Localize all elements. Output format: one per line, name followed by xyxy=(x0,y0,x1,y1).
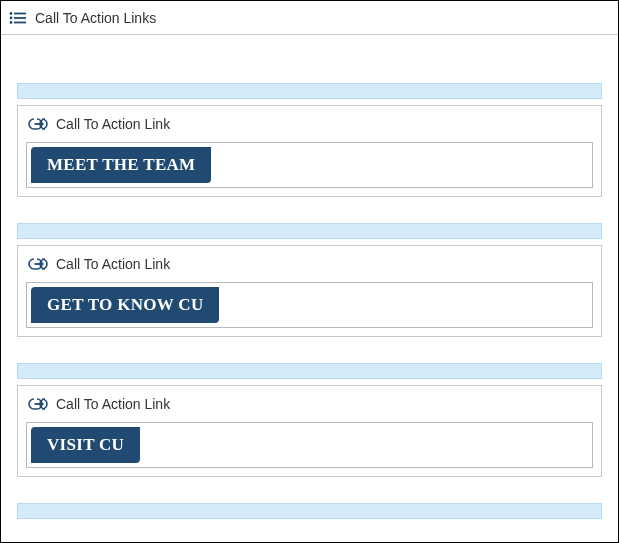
titlebar: Call To Action Links xyxy=(1,1,618,35)
cta-block: Call To Action Link GET TO KNOW CU xyxy=(17,245,602,337)
spacer-bar[interactable] xyxy=(17,223,602,239)
cta-body: VISIT CU xyxy=(18,422,601,476)
spacer-bar[interactable] xyxy=(17,363,602,379)
svg-rect-1 xyxy=(14,12,26,14)
titlebar-title: Call To Action Links xyxy=(35,10,156,26)
svg-rect-5 xyxy=(14,21,26,23)
spacer-bar[interactable] xyxy=(17,83,602,99)
spacer-bar[interactable] xyxy=(17,503,602,519)
list-icon xyxy=(9,11,27,25)
cta-label: Call To Action Link xyxy=(56,116,170,132)
cta-button[interactable]: MEET THE TEAM xyxy=(31,147,211,183)
cta-header: Call To Action Link xyxy=(18,386,601,422)
svg-point-2 xyxy=(10,16,13,19)
link-icon xyxy=(28,257,48,271)
cta-block: Call To Action Link VISIT CU xyxy=(17,385,602,477)
svg-rect-6 xyxy=(35,123,44,125)
svg-rect-8 xyxy=(35,403,44,405)
content: Call To Action Link MEET THE TEAM xyxy=(1,35,618,541)
cta-label: Call To Action Link xyxy=(56,396,170,412)
cta-body: GET TO KNOW CU xyxy=(18,282,601,336)
cta-header: Call To Action Link xyxy=(18,106,601,142)
svg-rect-7 xyxy=(35,263,44,265)
cta-field[interactable]: MEET THE TEAM xyxy=(26,142,593,188)
cta-field[interactable]: GET TO KNOW CU xyxy=(26,282,593,328)
cta-field[interactable]: VISIT CU xyxy=(26,422,593,468)
cta-block: Call To Action Link MEET THE TEAM xyxy=(17,105,602,197)
cta-label: Call To Action Link xyxy=(56,256,170,272)
link-icon xyxy=(28,397,48,411)
svg-rect-3 xyxy=(14,17,26,19)
cta-button[interactable]: GET TO KNOW CU xyxy=(31,287,219,323)
window: Call To Action Links Call To Action Link… xyxy=(0,0,619,543)
svg-point-0 xyxy=(10,12,13,15)
link-icon xyxy=(28,117,48,131)
cta-body: MEET THE TEAM xyxy=(18,142,601,196)
svg-point-4 xyxy=(10,21,13,24)
cta-header: Call To Action Link xyxy=(18,246,601,282)
cta-button[interactable]: VISIT CU xyxy=(31,427,140,463)
